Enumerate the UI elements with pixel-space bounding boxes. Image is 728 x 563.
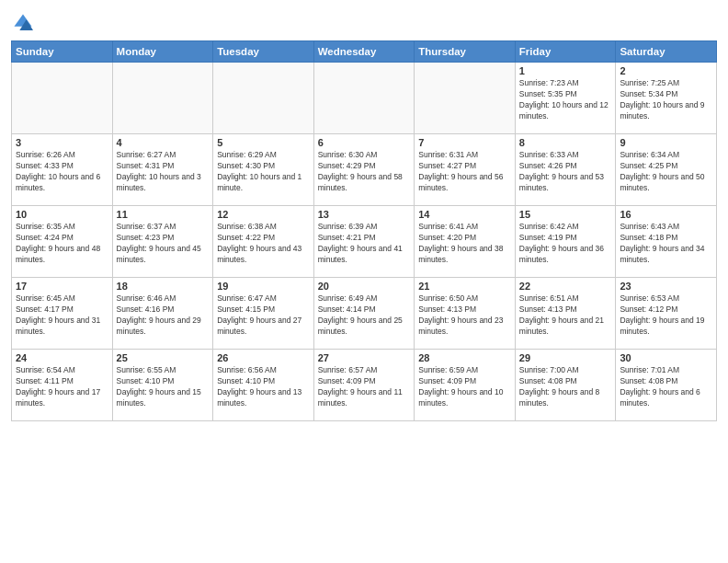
header-row	[11, 9, 717, 37]
day-info: Sunrise: 6:35 AM Sunset: 4:24 PM Dayligh…	[16, 222, 108, 266]
day-info: Sunrise: 6:51 AM Sunset: 4:13 PM Dayligh…	[519, 293, 612, 338]
day-number: 13	[318, 209, 411, 220]
day-number: 15	[519, 209, 612, 220]
day-info: Sunrise: 6:42 AM Sunset: 4:19 PM Dayligh…	[519, 222, 612, 266]
calendar-table: SundayMondayTuesdayWednesdayThursdayFrid…	[11, 40, 717, 421]
day-info: Sunrise: 6:29 AM Sunset: 4:30 PM Dayligh…	[217, 150, 310, 194]
day-number: 24	[16, 352, 108, 363]
day-number: 1	[519, 65, 612, 76]
day-info: Sunrise: 6:34 AM Sunset: 4:25 PM Dayligh…	[620, 150, 712, 194]
day-info: Sunrise: 6:53 AM Sunset: 4:12 PM Dayligh…	[620, 293, 712, 338]
calendar-cell: 18Sunrise: 6:46 AM Sunset: 4:16 PM Dayli…	[112, 278, 213, 350]
calendar-cell: 27Sunrise: 6:57 AM Sunset: 4:09 PM Dayli…	[313, 350, 415, 421]
day-number: 22	[519, 281, 612, 292]
day-number: 5	[217, 137, 310, 148]
day-number: 14	[418, 209, 511, 220]
calendar-cell: 24Sunrise: 6:54 AM Sunset: 4:11 PM Dayli…	[12, 350, 113, 421]
calendar-cell: 13Sunrise: 6:39 AM Sunset: 4:21 PM Dayli…	[313, 206, 415, 278]
day-info: Sunrise: 6:56 AM Sunset: 4:10 PM Dayligh…	[217, 365, 310, 409]
day-number: 18	[117, 281, 210, 292]
calendar-cell: 21Sunrise: 6:50 AM Sunset: 4:13 PM Dayli…	[415, 278, 516, 350]
day-info: Sunrise: 6:45 AM Sunset: 4:17 PM Dayligh…	[16, 293, 108, 338]
day-info: Sunrise: 6:41 AM Sunset: 4:20 PM Dayligh…	[418, 222, 511, 266]
day-number: 28	[418, 352, 511, 363]
day-info: Sunrise: 7:25 AM Sunset: 5:34 PM Dayligh…	[620, 78, 712, 122]
day-number: 17	[16, 281, 108, 292]
day-number: 7	[418, 137, 511, 148]
day-number: 4	[117, 137, 210, 148]
day-number: 6	[318, 137, 411, 148]
calendar-cell: 30Sunrise: 7:01 AM Sunset: 4:08 PM Dayli…	[616, 350, 717, 421]
day-number: 12	[217, 209, 310, 220]
day-info: Sunrise: 6:47 AM Sunset: 4:15 PM Dayligh…	[217, 293, 310, 338]
weekday-header-wednesday: Wednesday	[313, 41, 415, 63]
calendar-cell: 14Sunrise: 6:41 AM Sunset: 4:20 PM Dayli…	[415, 206, 516, 278]
weekday-header-friday: Friday	[515, 41, 616, 63]
calendar-cell	[112, 63, 213, 134]
day-number: 30	[620, 352, 712, 363]
day-info: Sunrise: 6:38 AM Sunset: 4:22 PM Dayligh…	[217, 222, 310, 266]
day-info: Sunrise: 6:30 AM Sunset: 4:29 PM Dayligh…	[318, 150, 411, 194]
day-info: Sunrise: 6:27 AM Sunset: 4:31 PM Dayligh…	[117, 150, 210, 194]
calendar-week-3: 17Sunrise: 6:45 AM Sunset: 4:17 PM Dayli…	[12, 278, 717, 350]
logo	[11, 13, 33, 37]
day-info: Sunrise: 7:01 AM Sunset: 4:08 PM Dayligh…	[620, 365, 712, 409]
calendar-cell: 26Sunrise: 6:56 AM Sunset: 4:10 PM Dayli…	[213, 350, 314, 421]
weekday-header-tuesday: Tuesday	[213, 41, 314, 63]
calendar-cell	[213, 63, 314, 134]
calendar-cell: 22Sunrise: 6:51 AM Sunset: 4:13 PM Dayli…	[515, 278, 616, 350]
calendar-cell: 15Sunrise: 6:42 AM Sunset: 4:19 PM Dayli…	[515, 206, 616, 278]
logo-icon	[13, 13, 33, 33]
day-info: Sunrise: 6:54 AM Sunset: 4:11 PM Dayligh…	[16, 365, 108, 409]
calendar-cell: 10Sunrise: 6:35 AM Sunset: 4:24 PM Dayli…	[12, 206, 113, 278]
calendar-cell: 1Sunrise: 7:23 AM Sunset: 5:35 PM Daylig…	[515, 63, 616, 134]
day-info: Sunrise: 6:50 AM Sunset: 4:13 PM Dayligh…	[418, 293, 511, 338]
day-info: Sunrise: 6:46 AM Sunset: 4:16 PM Dayligh…	[117, 293, 210, 338]
day-number: 26	[217, 352, 310, 363]
day-info: Sunrise: 7:00 AM Sunset: 4:08 PM Dayligh…	[519, 365, 612, 409]
calendar-cell: 11Sunrise: 6:37 AM Sunset: 4:23 PM Dayli…	[112, 206, 213, 278]
calendar-cell: 19Sunrise: 6:47 AM Sunset: 4:15 PM Dayli…	[213, 278, 314, 350]
calendar-cell: 17Sunrise: 6:45 AM Sunset: 4:17 PM Dayli…	[12, 278, 113, 350]
calendar-cell: 28Sunrise: 6:59 AM Sunset: 4:09 PM Dayli…	[415, 350, 516, 421]
day-number: 3	[16, 137, 108, 148]
calendar-cell: 7Sunrise: 6:31 AM Sunset: 4:27 PM Daylig…	[415, 134, 516, 206]
weekday-header-row: SundayMondayTuesdayWednesdayThursdayFrid…	[12, 41, 717, 63]
calendar-cell	[313, 63, 415, 134]
day-info: Sunrise: 6:49 AM Sunset: 4:14 PM Dayligh…	[318, 293, 411, 338]
day-info: Sunrise: 6:57 AM Sunset: 4:09 PM Dayligh…	[318, 365, 411, 409]
calendar-cell: 5Sunrise: 6:29 AM Sunset: 4:30 PM Daylig…	[213, 134, 314, 206]
calendar-cell: 16Sunrise: 6:43 AM Sunset: 4:18 PM Dayli…	[616, 206, 717, 278]
day-number: 29	[519, 352, 612, 363]
day-number: 16	[620, 209, 712, 220]
day-number: 9	[620, 137, 712, 148]
day-number: 25	[117, 352, 210, 363]
calendar-container: SundayMondayTuesdayWednesdayThursdayFrid…	[0, 0, 728, 431]
day-number: 2	[620, 65, 712, 76]
day-info: Sunrise: 6:37 AM Sunset: 4:23 PM Dayligh…	[117, 222, 210, 266]
weekday-header-saturday: Saturday	[616, 41, 717, 63]
calendar-cell: 3Sunrise: 6:26 AM Sunset: 4:33 PM Daylig…	[12, 134, 113, 206]
weekday-header-monday: Monday	[112, 41, 213, 63]
day-info: Sunrise: 6:33 AM Sunset: 4:26 PM Dayligh…	[519, 150, 612, 194]
weekday-header-sunday: Sunday	[12, 41, 113, 63]
day-number: 8	[519, 137, 612, 148]
day-info: Sunrise: 6:39 AM Sunset: 4:21 PM Dayligh…	[318, 222, 411, 266]
calendar-cell: 25Sunrise: 6:55 AM Sunset: 4:10 PM Dayli…	[112, 350, 213, 421]
day-info: Sunrise: 6:43 AM Sunset: 4:18 PM Dayligh…	[620, 222, 712, 266]
calendar-cell: 8Sunrise: 6:33 AM Sunset: 4:26 PM Daylig…	[515, 134, 616, 206]
calendar-cell: 23Sunrise: 6:53 AM Sunset: 4:12 PM Dayli…	[616, 278, 717, 350]
calendar-week-4: 24Sunrise: 6:54 AM Sunset: 4:11 PM Dayli…	[12, 350, 717, 421]
day-number: 11	[117, 209, 210, 220]
day-number: 20	[318, 281, 411, 292]
day-number: 23	[620, 281, 712, 292]
calendar-cell: 20Sunrise: 6:49 AM Sunset: 4:14 PM Dayli…	[313, 278, 415, 350]
calendar-cell: 9Sunrise: 6:34 AM Sunset: 4:25 PM Daylig…	[616, 134, 717, 206]
day-info: Sunrise: 6:59 AM Sunset: 4:09 PM Dayligh…	[418, 365, 511, 409]
calendar-week-2: 10Sunrise: 6:35 AM Sunset: 4:24 PM Dayli…	[12, 206, 717, 278]
day-number: 27	[318, 352, 411, 363]
calendar-week-0: 1Sunrise: 7:23 AM Sunset: 5:35 PM Daylig…	[12, 63, 717, 134]
calendar-cell: 4Sunrise: 6:27 AM Sunset: 4:31 PM Daylig…	[112, 134, 213, 206]
day-number: 19	[217, 281, 310, 292]
day-info: Sunrise: 6:55 AM Sunset: 4:10 PM Dayligh…	[117, 365, 210, 409]
